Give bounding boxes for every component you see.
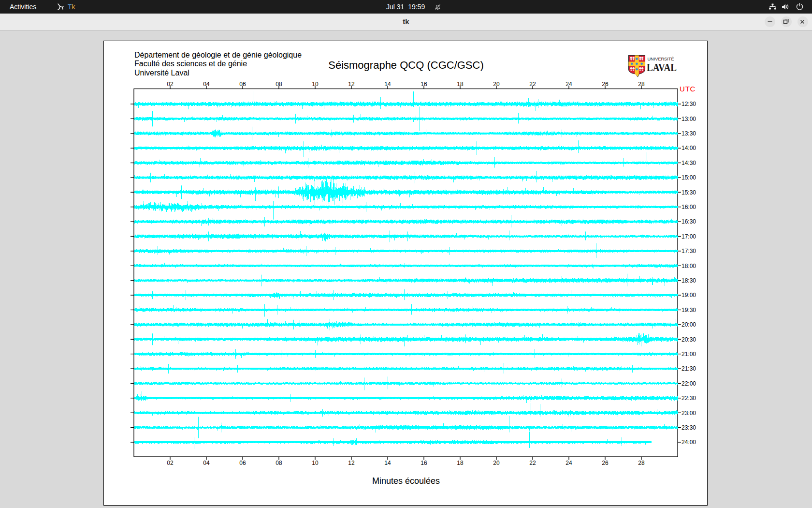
svg-text:16: 16 — [420, 81, 427, 88]
svg-text:26: 26 — [602, 81, 609, 88]
svg-text:18: 18 — [457, 81, 464, 88]
svg-text:08: 08 — [276, 81, 282, 88]
svg-text:26: 26 — [602, 460, 609, 466]
svg-text:06: 06 — [239, 81, 246, 88]
svg-text:16: 16 — [420, 460, 427, 466]
svg-text:22: 22 — [529, 81, 536, 88]
svg-text:10: 10 — [312, 81, 319, 88]
svg-text:22: 22 — [529, 460, 536, 466]
svg-text:22:00: 22:00 — [682, 380, 696, 387]
svg-text:15:30: 15:30 — [682, 189, 696, 196]
svg-text:17:00: 17:00 — [682, 233, 696, 240]
svg-text:20: 20 — [493, 81, 500, 88]
svg-text:04: 04 — [203, 460, 210, 466]
svg-text:24: 24 — [566, 460, 572, 466]
svg-text:13:00: 13:00 — [682, 116, 696, 122]
svg-text:17:30: 17:30 — [682, 248, 696, 254]
svg-text:10: 10 — [312, 460, 319, 466]
svg-text:06: 06 — [239, 460, 246, 466]
svg-text:14: 14 — [384, 460, 391, 466]
svg-text:12: 12 — [348, 460, 355, 466]
svg-text:18:00: 18:00 — [682, 263, 696, 269]
svg-text:14:00: 14:00 — [682, 145, 696, 151]
svg-text:13:30: 13:30 — [682, 130, 696, 137]
svg-text:02: 02 — [167, 81, 174, 88]
svg-text:04: 04 — [203, 81, 210, 88]
svg-text:20: 20 — [493, 460, 500, 466]
svg-text:21:30: 21:30 — [682, 365, 696, 372]
svg-text:12:30: 12:30 — [682, 101, 696, 107]
svg-text:20:30: 20:30 — [682, 336, 696, 343]
svg-text:28: 28 — [638, 81, 645, 88]
svg-text:20:00: 20:00 — [682, 321, 696, 328]
svg-text:02: 02 — [167, 460, 174, 466]
svg-text:23:30: 23:30 — [682, 424, 696, 431]
svg-text:14:30: 14:30 — [682, 160, 696, 166]
svg-text:14: 14 — [384, 81, 391, 88]
svg-text:22:30: 22:30 — [682, 395, 696, 402]
svg-text:24: 24 — [566, 81, 572, 88]
svg-text:16:30: 16:30 — [682, 218, 696, 225]
svg-text:21:00: 21:00 — [682, 351, 696, 358]
svg-text:23:00: 23:00 — [682, 410, 696, 417]
svg-text:24:00: 24:00 — [682, 439, 696, 446]
svg-text:18:30: 18:30 — [682, 277, 696, 284]
svg-text:18: 18 — [457, 460, 464, 466]
svg-text:28: 28 — [638, 460, 645, 466]
svg-text:19:00: 19:00 — [682, 292, 696, 299]
svg-text:16:00: 16:00 — [682, 204, 696, 210]
svg-text:19:30: 19:30 — [682, 307, 696, 314]
svg-text:15:00: 15:00 — [682, 174, 696, 181]
svg-text:08: 08 — [276, 460, 282, 466]
svg-text:12: 12 — [348, 81, 355, 88]
